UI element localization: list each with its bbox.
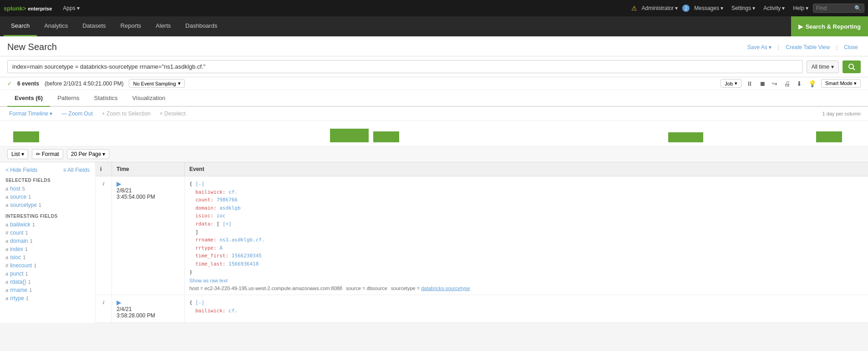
event-footer: host = ec2-34-220-49-195.us-west-2.compu…: [189, 286, 863, 291]
svg-point-0: [849, 64, 853, 69]
sec-nav-tabs: Search Analytics Datasets Reports Alerts…: [4, 16, 791, 36]
logo-enterprise: enterprise: [28, 6, 52, 11]
secondary-nav: Search Analytics Datasets Reports Alerts…: [0, 16, 868, 36]
event-time: 3:58:28.000 PM: [117, 312, 180, 319]
search-icon: 🔍: [854, 5, 861, 11]
col-time: Time: [112, 162, 185, 176]
create-table-view-button[interactable]: Create Table View: [783, 42, 832, 52]
event-info-col: i: [96, 295, 112, 322]
timeline-bar: [330, 129, 369, 142]
tab-datasets[interactable]: Datasets: [75, 16, 113, 36]
zoom-to-selection-button[interactable]: + Zoom to Selection: [100, 110, 152, 118]
field-source: a source 1: [5, 193, 90, 201]
tab-analytics[interactable]: Analytics: [37, 16, 75, 36]
format-timeline-button[interactable]: Format Timeline ▾: [7, 110, 54, 118]
hide-fields-button[interactable]: < Hide Fields: [5, 167, 37, 173]
events-count: 6 events: [17, 80, 39, 87]
field-sourcetype: a sourcetype 1: [5, 201, 90, 209]
field-index: a index 1: [5, 245, 90, 253]
main-content: < Hide Fields ≡ All Fields SELECTED FIEL…: [0, 162, 868, 323]
deselect-button[interactable]: × Deselect: [158, 110, 188, 118]
event-time-col: ▶ 2/8/21 3:45:54.000 PM: [112, 176, 185, 295]
list-button[interactable]: List ▾: [7, 149, 28, 159]
settings-menu-button[interactable]: Settings ▾: [728, 3, 759, 13]
time-info: (before 2/10/21 4:50:21.000 PM): [45, 80, 123, 87]
event-content-col: { [-] bailiwick: cf.: [185, 295, 868, 322]
time-range-picker[interactable]: All time ▾: [807, 60, 839, 73]
field-isioc: a isioc 1: [5, 253, 90, 261]
chevron-down-icon: ▾: [178, 80, 181, 86]
format-button[interactable]: ✏ Format: [32, 149, 63, 159]
all-fields-button[interactable]: ≡ All Fields: [63, 167, 90, 173]
forward-icon[interactable]: ↪: [771, 80, 779, 87]
timeline-bar: [668, 132, 703, 142]
find-box: 🔍: [813, 4, 864, 13]
sampling-button[interactable]: No Event Sampling ▾: [129, 79, 184, 88]
warning-icon: ⚠: [631, 5, 637, 12]
expand-event-button[interactable]: ▶: [117, 180, 122, 187]
lightbulb-icon: 💡: [807, 80, 817, 87]
timeline-bar: [373, 131, 399, 142]
show-raw-text-link[interactable]: Show as raw text: [189, 278, 228, 283]
svg-line-1: [853, 68, 855, 70]
apps-menu-button[interactable]: Apps ▾: [59, 3, 83, 13]
table-row: i ▶ 2/4/21 3:58:28.000 PM { [-] bailiwic…: [96, 295, 868, 323]
messages-menu-button[interactable]: Messages ▾: [690, 3, 727, 13]
admin-menu-button[interactable]: Administrator ▾: [638, 3, 682, 13]
tab-patterns[interactable]: Patterns: [50, 90, 86, 107]
per-page-button[interactable]: 20 Per Page ▾: [67, 149, 110, 159]
help-menu-button[interactable]: Help ▾: [789, 3, 812, 13]
sidebar-header: < Hide Fields ≡ All Fields: [5, 167, 90, 173]
expand-event-button[interactable]: ▶: [117, 299, 122, 306]
field-linecount: # linecount 1: [5, 261, 90, 270]
smart-mode-button[interactable]: Smart Mode ▾: [821, 79, 861, 88]
tab-reports[interactable]: Reports: [113, 16, 149, 36]
event-time: 3:45:54.000 PM: [117, 194, 180, 200]
chevron-down-icon: ▾: [735, 80, 737, 86]
tab-search[interactable]: Search: [4, 16, 37, 36]
tab-events[interactable]: Events (6): [7, 90, 50, 107]
search-input[interactable]: [7, 60, 803, 73]
event-date: 2/4/21: [117, 306, 180, 312]
status-row: ✓ 6 events (before 2/10/21 4:50:21.000 P…: [0, 77, 868, 90]
search-reporting-button[interactable]: ▶ Search & Reporting: [791, 16, 868, 36]
search-bar-row: All time ▾: [0, 56, 868, 77]
source-meta: source = dbsource: [346, 286, 387, 291]
tab-alerts[interactable]: Alerts: [148, 16, 178, 36]
print-icon[interactable]: 🖨: [782, 80, 792, 87]
logo-splunk: splunk>: [4, 5, 26, 12]
column-info: 1 day per column: [822, 111, 861, 116]
top-nav: splunk> enterprise Apps ▾ ⚠ Administrato…: [0, 0, 868, 16]
table-row: i ▶ 2/8/21 3:45:54.000 PM { [-] bailiwic…: [96, 176, 868, 295]
job-button[interactable]: Job ▾: [721, 79, 741, 88]
tab-dashboards[interactable]: Dashboards: [178, 16, 224, 36]
find-input[interactable]: [816, 5, 853, 11]
close-button[interactable]: Close: [841, 42, 861, 52]
event-content-col: { [-] bailiwick: cf. count: 7986766 doma…: [185, 176, 868, 295]
chevron-down-icon: ▾: [21, 151, 24, 157]
status-row-right: Job ▾ ⏸ ⏹ ↪ 🖨 ⬇ 💡 Smart Mode ▾: [721, 79, 861, 88]
tab-statistics[interactable]: Statistics: [87, 90, 125, 107]
sourcetype-link[interactable]: databricks-sourcetype: [421, 286, 470, 291]
field-count: # count 1: [5, 229, 90, 237]
info-icon: i: [103, 181, 104, 186]
info-icon: i: [103, 300, 104, 305]
activity-menu-button[interactable]: Activity ▾: [760, 3, 788, 13]
run-search-button[interactable]: [843, 60, 861, 73]
messages-badge: 2: [682, 5, 690, 12]
events-toolbar: List ▾ ✏ Format 20 Per Page ▾: [0, 146, 868, 162]
stop-icon[interactable]: ⏹: [758, 80, 767, 87]
save-as-button[interactable]: Save As ▾: [745, 42, 774, 52]
logo: splunk> enterprise: [4, 5, 52, 12]
sourcetype-meta: sourcetype = databricks-sourcetype: [391, 286, 470, 291]
page-header: New Search Save As ▾ | Create Table View…: [0, 36, 868, 56]
tab-visualization[interactable]: Visualization: [125, 90, 173, 107]
zoom-out-button[interactable]: — Zoom Out: [60, 110, 95, 118]
event-time-col: ▶ 2/4/21 3:58:28.000 PM: [112, 295, 185, 322]
pause-icon[interactable]: ⏸: [745, 80, 754, 87]
top-nav-right: ⚠ Administrator ▾ 2 Messages ▾ Settings …: [631, 3, 864, 13]
event-content: { [-] bailiwick: cf.: [189, 299, 863, 315]
download-icon[interactable]: ⬇: [795, 80, 803, 87]
timeline-chart[interactable]: [0, 121, 868, 146]
page-header-actions: Save As ▾ | Create Table View | Close: [745, 42, 861, 52]
